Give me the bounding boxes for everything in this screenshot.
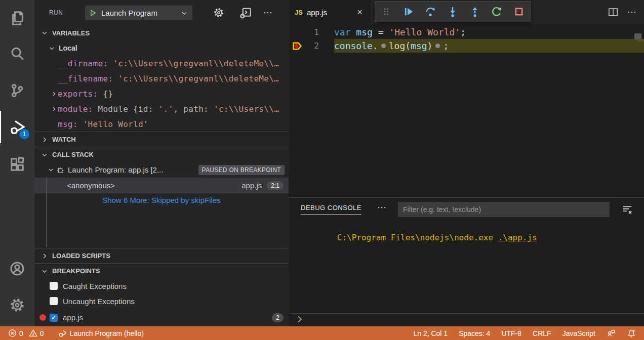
notifications-bell-icon[interactable] (623, 329, 640, 338)
warning-count: 0 (40, 329, 44, 337)
inline-breakpoint-dot[interactable] (435, 44, 440, 48)
indent-guide (46, 178, 47, 247)
warning-icon (29, 329, 37, 337)
cursor-position-status[interactable]: Ln 2, Col 1 (409, 329, 452, 337)
split-editor-icon[interactable] (607, 6, 620, 19)
chevron-down-icon (41, 151, 49, 159)
watch-section-header[interactable]: WATCH (34, 132, 289, 147)
error-icon (8, 329, 17, 337)
show-more-link[interactable]: Show 6 More: Skipped by skipFiles (102, 196, 220, 204)
show-more-row: Show 6 More: Skipped by skipFiles (34, 193, 289, 206)
variable-exports[interactable]: exports: {} (34, 86, 289, 101)
variable-msg[interactable]: msg: 'Hello World' (34, 116, 289, 132)
breakpoint-dot-icon (39, 314, 46, 321)
source-control-icon[interactable] (0, 74, 34, 107)
vscode-window: 1 RUN Launch Program ⋯ (0, 0, 644, 340)
tab-app-js[interactable]: JS app.js × (289, 0, 371, 24)
run-view-header: RUN Launch Program ⋯ (34, 0, 289, 25)
inline-breakpoint-dot[interactable] (381, 44, 386, 48)
status-bar: 0 0 Launch Program (hello) Ln 2, Col 1 S… (0, 326, 644, 340)
uncaught-exceptions-row: Uncaught Exceptions (34, 293, 289, 309)
settings-gear-icon[interactable] (0, 289, 34, 321)
breakpoint-checkbox[interactable] (50, 314, 58, 322)
stop-icon[interactable] (508, 1, 530, 22)
loaded-scripts-section-header[interactable]: LOADED SCRIPTS (34, 248, 289, 263)
explorer-icon[interactable] (0, 2, 34, 34)
debug-session-row[interactable]: Launch Program: app.js [2... PAUSED ON B… (34, 162, 289, 178)
language-mode-status[interactable]: JavaScript (558, 329, 599, 337)
caught-exceptions-row: Caught Exceptions (34, 278, 289, 293)
close-tab-icon[interactable]: × (355, 7, 365, 18)
stack-frame-row[interactable]: <anonymous> app.js 2:1 (34, 178, 289, 193)
eol-status[interactable]: CRLF (529, 329, 555, 337)
restart-icon[interactable] (486, 1, 508, 22)
frame-file-label: app.js (242, 181, 262, 190)
tab-debug-console[interactable]: DEBUG CONSOLE (301, 204, 361, 215)
chevron-down-icon (41, 267, 49, 275)
chevron-down-icon (47, 166, 55, 174)
step-over-icon[interactable] (419, 1, 441, 22)
code-line-1[interactable]: 1var msg = 'Hello World'; (289, 25, 644, 39)
console-prompt-chevron-icon (296, 315, 304, 325)
chevron-down-icon (41, 29, 49, 37)
debug-toolbar (375, 1, 531, 22)
open-launch-json-gear-icon[interactable] (212, 6, 225, 19)
debug-count-badge: 1 (19, 129, 29, 139)
console-filter-icon[interactable] (621, 203, 634, 216)
views-more-actions-icon[interactable]: ⋯ (262, 6, 275, 19)
console-output-line: C:\Program Files\nodejs\node.exe .\app.j… (308, 223, 537, 252)
uncaught-exceptions-checkbox[interactable] (50, 297, 58, 305)
step-into-icon[interactable] (441, 1, 464, 22)
variable-filename[interactable]: __filename: 'c:\\Users\\gregvanl\\delete… (34, 71, 289, 86)
breakpoint-current-line-icon[interactable] (289, 40, 306, 52)
editor-area: JS app.js × ⋯ (289, 0, 644, 197)
panel-more-actions-icon[interactable]: ⋯ (377, 202, 387, 213)
call-stack-empty-space (34, 206, 289, 248)
chevron-down-icon (48, 44, 56, 52)
bug-icon (56, 165, 65, 175)
search-icon[interactable] (0, 37, 34, 70)
console-output-file-link[interactable]: .\app.js (498, 233, 537, 242)
error-count: 0 (19, 329, 23, 337)
continue-icon[interactable] (397, 1, 420, 22)
breakpoint-count-badge: 2 (272, 313, 284, 322)
extensions-icon[interactable] (0, 148, 34, 181)
frame-position-badge: 2:1 (267, 181, 284, 190)
encoding-status[interactable]: UTF-8 (497, 329, 526, 337)
run-debug-sidebar: RUN Launch Program ⋯ VARIABLES Local (34, 0, 289, 326)
chevron-down-icon (180, 9, 188, 17)
caught-exceptions-checkbox[interactable] (50, 282, 58, 290)
start-debug-icon (89, 9, 97, 17)
console-filter-input[interactable] (398, 202, 610, 217)
overview-ruler-mark (637, 39, 644, 41)
call-stack-section-header[interactable]: CALL STACK (34, 147, 289, 162)
activity-bar: 1 (0, 0, 34, 326)
debug-status-icon (58, 329, 67, 338)
indentation-status[interactable]: Spaces: 4 (455, 329, 494, 337)
launch-config-dropdown[interactable]: Launch Program (85, 6, 192, 20)
breakpoint-file-row[interactable]: app.js 2 (34, 309, 289, 326)
debug-console-panel: DEBUG CONSOLE ⋯ C:\Program Files\nodejs\… (289, 197, 644, 326)
feedback-icon[interactable] (602, 329, 620, 338)
debug-console-icon[interactable] (239, 6, 252, 19)
variables-section-header[interactable]: VARIABLES (34, 25, 289, 40)
editor-more-actions-icon[interactable]: ⋯ (626, 6, 639, 19)
toolbar-drag-grip[interactable] (375, 1, 397, 22)
chevron-right-icon (50, 90, 58, 98)
chevron-right-icon (41, 252, 49, 260)
problems-status[interactable]: 0 0 (4, 329, 48, 337)
variable-dirname[interactable]: __dirname: 'c:\\Users\\gregvanl\\deleteM… (34, 56, 289, 71)
accounts-icon[interactable] (0, 252, 34, 285)
debug-session-status[interactable]: Launch Program (hello) (54, 329, 148, 338)
step-out-icon[interactable] (464, 1, 486, 22)
code-line-2-current[interactable]: 2console.log(msg); (289, 39, 644, 53)
launch-config-label: Launch Program (101, 9, 180, 17)
run-and-debug-icon[interactable]: 1 (0, 111, 34, 143)
variable-module[interactable]: module: Module {id: '.', path: 'c:\\User… (34, 101, 289, 116)
chevron-right-icon (50, 105, 58, 113)
console-input-row[interactable] (289, 313, 644, 327)
run-view-title: RUN (49, 9, 63, 16)
javascript-file-icon: JS (295, 9, 303, 16)
scope-local[interactable]: Local (34, 40, 289, 56)
breakpoints-section-header[interactable]: BREAKPOINTS (34, 263, 289, 278)
